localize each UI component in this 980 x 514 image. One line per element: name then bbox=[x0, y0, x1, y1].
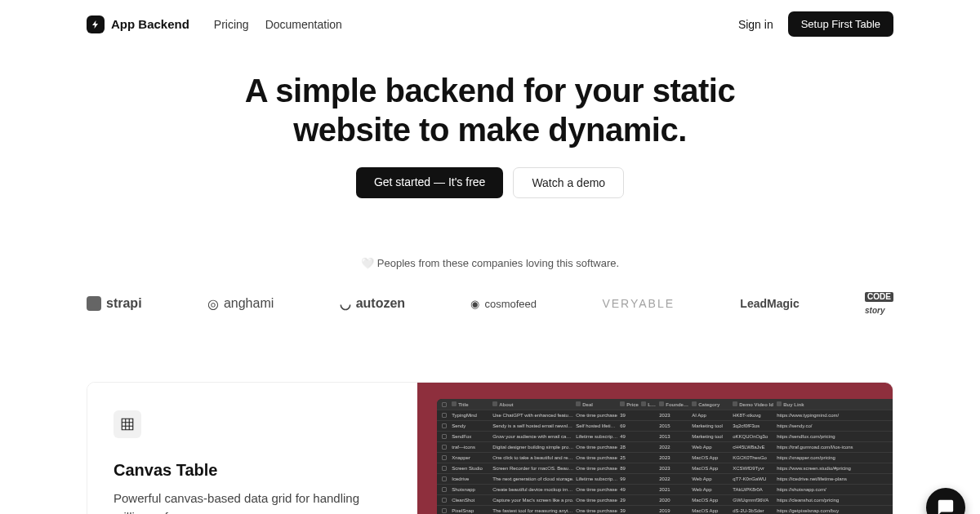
feature-preview: Title About Deal Price Logo Founded Year… bbox=[417, 383, 893, 514]
nav-link-documentation[interactable]: Documentation bbox=[265, 18, 342, 31]
feature-title: Canvas Table bbox=[114, 461, 391, 480]
data-table-preview: Title About Deal Price Logo Founded Year… bbox=[437, 399, 893, 514]
company-logos: strapi ◎ anghami ◡ autozen ◉ cosmofeed V… bbox=[87, 292, 893, 315]
hero-buttons: Get started — It's free Watch a demo bbox=[0, 167, 980, 198]
table-row[interactable]: Screen StudioScreen Recorder for macOS. … bbox=[437, 463, 893, 474]
table-row[interactable]: XnapperOne click to take a beautiful and… bbox=[437, 453, 893, 463]
feature-desc: Powerful canvas-based data grid for hand… bbox=[114, 490, 391, 514]
logo-autozen: ◡ autozen bbox=[340, 296, 405, 312]
table-row[interactable]: IcedriveThe next generation of cloud sto… bbox=[437, 474, 893, 485]
brand[interactable]: App Backend bbox=[87, 16, 189, 33]
table-row[interactable]: TypingMindUse ChatGPT with enhanced feat… bbox=[437, 410, 893, 421]
nav-right: Sign in Setup First Table bbox=[738, 11, 893, 37]
bolt-icon bbox=[87, 16, 105, 33]
social-proof-tagline: 🤍Peoples from these companies loving thi… bbox=[0, 257, 980, 269]
logo-codestory: CODEstory bbox=[865, 292, 893, 315]
feature-text: Canvas Table Powerful canvas-based data … bbox=[87, 383, 417, 514]
watch-demo-button[interactable]: Watch a demo bbox=[513, 167, 624, 198]
get-started-button[interactable]: Get started — It's free bbox=[356, 167, 504, 198]
heart-icon: 🤍 bbox=[361, 257, 374, 269]
grid-icon bbox=[114, 410, 141, 438]
top-nav: App Backend Pricing Documentation Sign i… bbox=[0, 0, 980, 48]
table-row[interactable]: PixelSnapThe fastest tool for measuring … bbox=[437, 506, 893, 514]
feature-panel: Canvas Table Powerful canvas-based data … bbox=[87, 382, 893, 514]
table-row[interactable]: SendySendy is a self hosted email newsle… bbox=[437, 421, 893, 432]
brand-name: App Backend bbox=[111, 17, 189, 31]
chat-button[interactable] bbox=[926, 488, 965, 514]
table-row[interactable]: CleanShotCapture your Mac's screen like … bbox=[437, 495, 893, 506]
table-header: Title About Deal Price Logo Founded Year… bbox=[437, 399, 893, 410]
logo-cosmofeed: ◉ cosmofeed bbox=[470, 298, 537, 310]
table-row[interactable]: SendFoxGrow your audience with email cam… bbox=[437, 432, 893, 442]
hero-title: A simple backend for your static website… bbox=[0, 71, 980, 149]
hero-title-line1: A simple backend for your static bbox=[245, 73, 735, 109]
logo-leadmagic: LeadMagic bbox=[740, 297, 799, 310]
logo-anghami: ◎ anghami bbox=[207, 296, 274, 312]
chat-icon bbox=[937, 498, 955, 514]
nav-link-pricing[interactable]: Pricing bbox=[214, 18, 249, 31]
setup-table-button[interactable]: Setup First Table bbox=[788, 11, 893, 37]
table-row[interactable]: traf—iconsDigital designer building simp… bbox=[437, 442, 893, 453]
hero: A simple backend for your static website… bbox=[0, 48, 980, 198]
nav-links: Pricing Documentation bbox=[214, 18, 342, 31]
table-row[interactable]: ShotsnappCreate beautiful device mockup … bbox=[437, 485, 893, 495]
logo-strapi: strapi bbox=[87, 296, 142, 311]
signin-link[interactable]: Sign in bbox=[738, 18, 773, 31]
logo-veryable: VERYABLE bbox=[602, 297, 675, 310]
hero-title-line2: website to make dynamic. bbox=[293, 112, 687, 148]
